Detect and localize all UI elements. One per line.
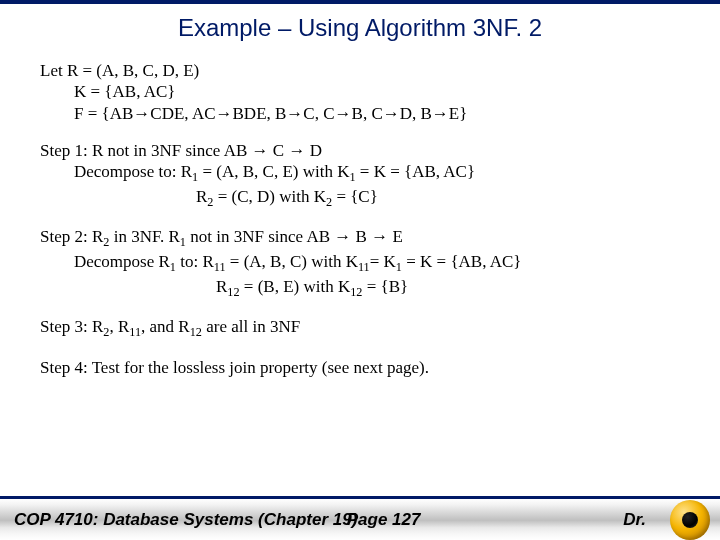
footer: COP 4710: Database Systems (Chapter 19) … <box>0 496 720 540</box>
step2-line1: Step 2: R2 in 3NF. R1 not in 3NF since A… <box>40 226 680 251</box>
step2-block: Step 2: R2 in 3NF. R1 not in 3NF since A… <box>40 226 680 300</box>
given-f: F = {AB→CDE, AC→BDE, B→C, C→B, C→D, B→E} <box>40 103 680 124</box>
step2-line2: Decompose R1 to: R11 = (A, B, C) with K1… <box>40 251 680 276</box>
step2-line3: R12 = (B, E) with K12 = {B} <box>40 276 680 301</box>
slide-content: Let R = (A, B, C, D, E) K = {AB, AC} F =… <box>0 60 720 378</box>
given-block: Let R = (A, B, C, D, E) K = {AB, AC} F =… <box>40 60 680 124</box>
given-r: Let R = (A, B, C, D, E) <box>40 60 680 81</box>
slide-title: Example – Using Algorithm 3NF. 2 <box>0 14 720 42</box>
footer-bar: COP 4710: Database Systems (Chapter 19) … <box>0 499 720 540</box>
given-k: K = {AB, AC} <box>40 81 680 102</box>
step1-block: Step 1: R not in 3NF since AB → C → D De… <box>40 140 680 211</box>
step1-line2: Decompose to: R1 = (A, B, C, E) with K1 … <box>40 161 680 186</box>
footer-page: Page 127 <box>347 510 421 530</box>
step4-block: Step 4: Test for the lossless join prope… <box>40 357 680 378</box>
ucf-logo-icon <box>670 500 710 540</box>
title-area: Example – Using Algorithm 3NF. 2 <box>0 4 720 60</box>
step1-line3: R2 = (C, D) with K2 = {C} <box>40 186 680 211</box>
step1-line1: Step 1: R not in 3NF since AB → C → D <box>40 140 680 161</box>
step3-block: Step 3: R2, R11, and R12 are all in 3NF <box>40 316 680 341</box>
footer-author: Dr. <box>623 510 646 530</box>
footer-course: COP 4710: Database Systems (Chapter 19) <box>14 510 357 530</box>
